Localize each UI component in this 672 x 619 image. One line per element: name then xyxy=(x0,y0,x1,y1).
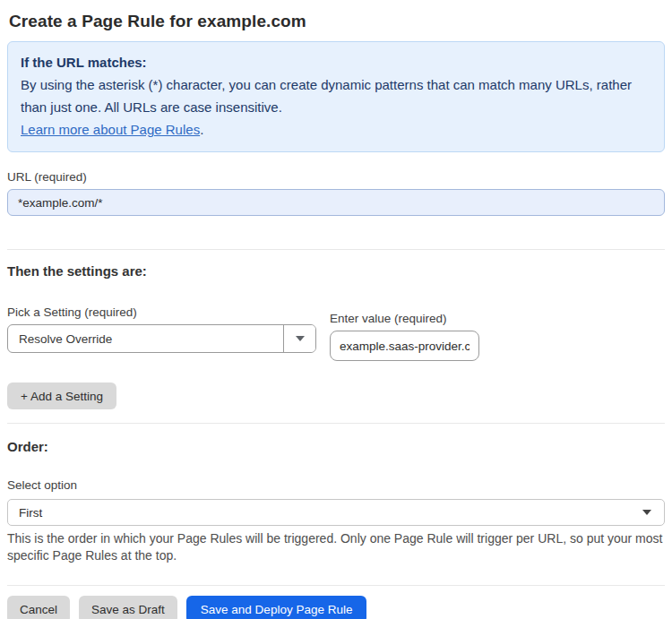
info-box-heading: If the URL matches: xyxy=(21,51,651,73)
caret-down-icon xyxy=(642,510,651,515)
order-select-value: First xyxy=(8,506,642,520)
save-draft-button[interactable]: Save as Draft xyxy=(79,596,177,619)
cancel-button[interactable]: Cancel xyxy=(7,596,70,619)
setting-value-input[interactable] xyxy=(330,331,479,361)
add-setting-button[interactable]: + Add a Setting xyxy=(7,383,116,409)
link-suffix: . xyxy=(200,122,203,137)
section-divider xyxy=(7,423,665,424)
save-deploy-button[interactable]: Save and Deploy Page Rule xyxy=(186,596,367,619)
footer-divider xyxy=(7,585,665,586)
order-select-label: Select option xyxy=(7,478,665,492)
setting-value-column: Enter value (required) xyxy=(330,294,479,361)
order-help-text: This is the order in which your Page Rul… xyxy=(7,530,665,564)
order-section-heading: Order: xyxy=(7,439,665,454)
info-box-link-row: Learn more about Page Rules. xyxy=(21,118,651,141)
url-match-info-box: If the URL matches: By using the asteris… xyxy=(7,41,665,152)
section-divider xyxy=(7,249,665,250)
info-box-body: By using the asterisk (*) character, you… xyxy=(21,73,651,118)
setting-picker-column: Pick a Setting (required) Resolve Overri… xyxy=(7,288,316,353)
order-select[interactable]: First xyxy=(7,499,665,526)
setting-select-value: Resolve Override xyxy=(8,325,283,352)
url-field-label: URL (required) xyxy=(7,170,665,184)
settings-section-heading: Then the settings are: xyxy=(7,263,665,279)
footer-button-row: Cancel Save as Draft Save and Deploy Pag… xyxy=(7,596,665,619)
settings-row: Pick a Setting (required) Resolve Overri… xyxy=(7,288,665,361)
caret-down-icon xyxy=(296,336,305,341)
url-input[interactable] xyxy=(7,189,665,216)
setting-select[interactable]: Resolve Override xyxy=(7,324,316,353)
setting-picker-label: Pick a Setting (required) xyxy=(7,305,316,319)
setting-select-arrow-button[interactable] xyxy=(283,325,315,352)
learn-more-link[interactable]: Learn more about Page Rules xyxy=(21,122,200,137)
page-title: Create a Page Rule for example.com xyxy=(7,0,665,31)
create-page-rule-panel: Create a Page Rule for example.com If th… xyxy=(0,0,672,619)
setting-value-label: Enter value (required) xyxy=(330,312,479,325)
